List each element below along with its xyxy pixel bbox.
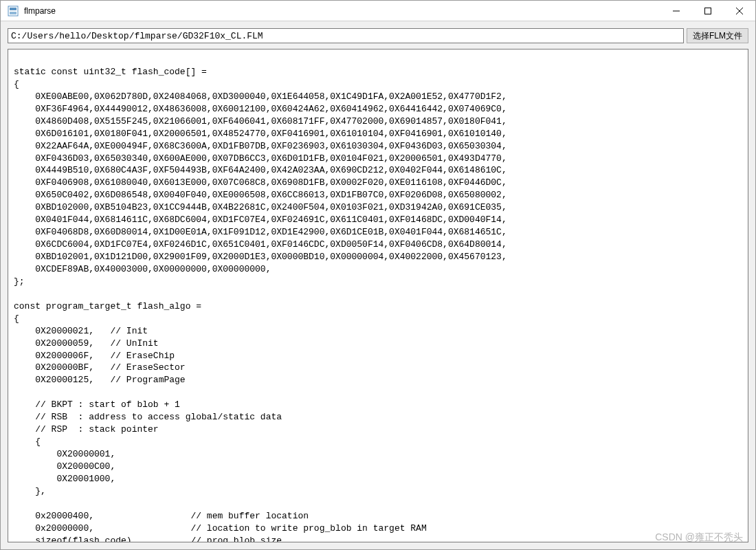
window-title: flmparse bbox=[24, 6, 56, 16]
select-flm-button[interactable]: 选择FLM文件 bbox=[687, 28, 748, 43]
window-root: flmparse 选择FLM文件 static const uint32_t f… bbox=[0, 0, 756, 550]
close-icon bbox=[736, 8, 743, 14]
code-output[interactable]: static const uint32_t flash_code[] = { 0… bbox=[8, 50, 748, 542]
path-row: 选择FLM文件 bbox=[8, 28, 748, 43]
app-icon bbox=[8, 6, 19, 16]
svg-rect-2 bbox=[10, 12, 16, 14]
minimize-icon bbox=[673, 8, 680, 14]
maximize-button[interactable] bbox=[692, 1, 724, 21]
titlebar[interactable]: flmparse bbox=[1, 1, 755, 21]
client-area: 选择FLM文件 static const uint32_t flash_code… bbox=[1, 21, 755, 549]
path-input[interactable] bbox=[8, 28, 684, 43]
maximize-icon bbox=[704, 8, 711, 14]
code-text: static const uint32_t flash_code[] = { 0… bbox=[14, 54, 742, 542]
svg-rect-1 bbox=[10, 8, 16, 10]
close-button[interactable] bbox=[724, 1, 755, 21]
minimize-button[interactable] bbox=[660, 1, 692, 21]
svg-rect-4 bbox=[705, 8, 711, 14]
code-output-frame: static const uint32_t flash_code[] = { 0… bbox=[8, 49, 748, 542]
